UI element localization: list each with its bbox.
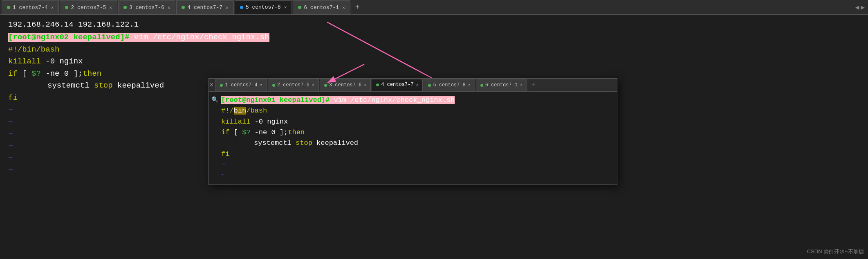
keepalived-text: keepalived [113, 81, 164, 90]
inner-tab-dot-5 [428, 84, 431, 87]
killall-args: -0 nginx [41, 57, 83, 66]
shebang-pre: #!/ [221, 107, 234, 115]
inner-tab-2[interactable]: 2 centos7-5 ✕ [268, 79, 319, 91]
inner-tab-2-close[interactable]: ✕ [312, 82, 314, 88]
outer-tab-5-close[interactable]: ✕ [284, 5, 287, 10]
inner-systemctl-text: systemctl [254, 139, 296, 147]
nav-right-arrow[interactable]: ▶ [861, 3, 865, 11]
inner-tab-4-close[interactable]: ✕ [416, 82, 418, 88]
tab-dot-2 [65, 6, 68, 9]
inner-systemctl-line: systemctl stop keepalived [221, 138, 613, 149]
inner-dollar-var: $? [242, 128, 250, 136]
compare-op: -ne 0 ]; [41, 69, 83, 78]
inner-tab-2-label: 2 centos7-5 [277, 81, 310, 89]
bin-highlight: bin [234, 107, 247, 115]
inner-fi-line: fi [221, 149, 613, 160]
inner-stop-keyword: stop [296, 139, 312, 147]
outer-tab-6[interactable]: 6 centos7-1 ✕ [293, 0, 350, 14]
inner-tab-dot-4 [376, 83, 379, 86]
outer-tab-6-close[interactable]: ✕ [342, 5, 345, 10]
inner-add-tab-button[interactable]: + [528, 80, 538, 90]
inner-tab-dot-2 [272, 84, 275, 87]
if-keyword: if [8, 69, 18, 78]
killall-line: killall -0 nginx [8, 56, 860, 68]
outer-tab-3[interactable]: 3 centos7-6 ✕ [118, 0, 175, 14]
inner-close-button[interactable]: ✕ [210, 81, 213, 90]
search-icon: 🔍 [211, 96, 218, 105]
nav-left-arrow[interactable]: ◀ [855, 3, 859, 11]
inner-tab-bar: ✕ 1 centos7-4 ✕ 2 centos7-5 ✕ 3 centos7-… [209, 79, 617, 92]
inner-tilde-1: ~ [221, 160, 613, 170]
tab-dot-4 [182, 6, 185, 9]
inner-keepalived-text: keepalived [312, 139, 358, 147]
prompt: [root@nginx02 keepalived]# [8, 33, 129, 42]
inner-tab-5-label: 5 centos7-8 [433, 81, 465, 89]
outer-tab-4-label: 4 centos7-7 [187, 5, 222, 11]
inner-compare-op: -ne 0 ]; [250, 128, 288, 136]
inner-tab-6-label: 6 centos7-1 [485, 81, 518, 89]
inner-killall-keyword: killall [221, 118, 250, 126]
outer-tab-4-close[interactable]: ✕ [226, 5, 229, 10]
tab-dot-3 [123, 6, 127, 9]
inner-tab-4[interactable]: 4 centos7-7 ✕ [372, 79, 423, 91]
inner-tab-1-close[interactable]: ✕ [260, 82, 262, 88]
outer-tab-3-close[interactable]: ✕ [168, 5, 170, 10]
tab-dot-1 [7, 6, 10, 9]
shebang-post: /bash [246, 107, 267, 115]
inner-tab-3[interactable]: 3 centos7-6 ✕ [320, 79, 371, 91]
command: vim /etc/nginx/check_nginx.sh [134, 33, 269, 42]
inner-tab-5-close[interactable]: ✕ [468, 82, 471, 88]
bracket-open: [ [18, 69, 31, 78]
inner-command: vim /etc/nginx/check_nginx.sh [334, 96, 455, 104]
inner-if-line: if [ $? -ne 0 ];then [221, 127, 613, 138]
tab-dot-5 [240, 6, 243, 9]
killall-keyword: killall [8, 57, 41, 66]
tab-dot-6 [298, 6, 301, 9]
ip-line: 192.168.246.14 192.168.122.1 [8, 19, 860, 31]
outer-tab-3-label: 3 centos7-6 [129, 5, 164, 11]
add-tab-button[interactable]: + [351, 3, 364, 11]
then-keyword: then [83, 69, 101, 78]
inner-window: ✕ 1 centos7-4 ✕ 2 centos7-5 ✕ 3 centos7-… [209, 78, 617, 185]
inner-prompt: [root@nginx01 keepalived]# [221, 96, 330, 104]
outer-tab-4[interactable]: 4 centos7-7 ✕ [176, 0, 233, 14]
shebang-line: #!/bin/bash [8, 44, 860, 56]
inner-tab-3-label: 3 centos7-6 [329, 81, 361, 89]
outer-tab-bar: 1 centos7-4 ✕ 2 centos7-5 ✕ 3 centos7-6 … [0, 0, 868, 15]
inner-terminal-content: 🔍 [root@nginx01 keepalived]# vim /etc/ng… [209, 92, 617, 185]
stop-keyword: stop [94, 81, 113, 90]
terminal-main: 192.168.246.14 192.168.122.1 [root@nginx… [0, 15, 868, 259]
inner-bracket-open: [ [229, 128, 242, 136]
inner-tab-dot-1 [220, 84, 223, 87]
outer-tab-1[interactable]: 1 centos7-4 ✕ [2, 0, 59, 14]
inner-tab-4-label: 4 centos7-7 [381, 81, 413, 89]
outer-tab-6-label: 6 centos7-1 [304, 5, 339, 11]
outer-tab-5-label: 5 centos7-8 [246, 4, 281, 10]
outer-tab-2[interactable]: 2 centos7-5 ✕ [60, 0, 117, 14]
outer-tab-1-label: 1 centos7-4 [13, 5, 48, 11]
inner-command-line: [root@nginx01 keepalived]# vim /etc/ngin… [221, 95, 613, 106]
outer-tab-1-close[interactable]: ✕ [51, 5, 54, 10]
inner-killall-line: killall -0 nginx [221, 117, 613, 127]
inner-tab-3-close[interactable]: ✕ [364, 82, 366, 88]
command-line: [root@nginx02 keepalived]# vim /etc/ngin… [8, 32, 860, 43]
dollar-var: $? [31, 69, 41, 78]
inner-tab-dot-3 [324, 84, 327, 87]
inner-killall-args: -0 nginx [250, 118, 288, 126]
inner-if-keyword: if [221, 128, 229, 136]
outer-tab-2-label: 2 centos7-5 [71, 5, 106, 11]
inner-tab-1[interactable]: 1 centos7-4 ✕ [215, 79, 267, 91]
inner-tab-6[interactable]: 6 centos7-1 ✕ [476, 79, 527, 91]
outer-tab-2-close[interactable]: ✕ [109, 5, 112, 10]
inner-tab-5[interactable]: 5 centos7-8 ✕ [424, 79, 475, 91]
systemctl-text: systemctl [47, 81, 94, 90]
command-highlight: [root@nginx02 keepalived]# vim /etc/ngin… [8, 33, 269, 42]
inner-shebang-line: #!/bin/bash [221, 106, 613, 116]
outer-tab-5[interactable]: 5 centos7-8 ✕ [235, 0, 292, 14]
inner-then-keyword: then [288, 128, 305, 136]
tab-nav-arrows: ◀ ▶ [855, 3, 868, 11]
inner-tab-dot-6 [480, 84, 483, 87]
inner-command-highlight: [root@nginx01 keepalived]# vim /etc/ngin… [221, 96, 455, 104]
inner-tab-6-close[interactable]: ✕ [520, 82, 523, 88]
watermark: CSDN @白开水~不加糖 [807, 248, 864, 256]
